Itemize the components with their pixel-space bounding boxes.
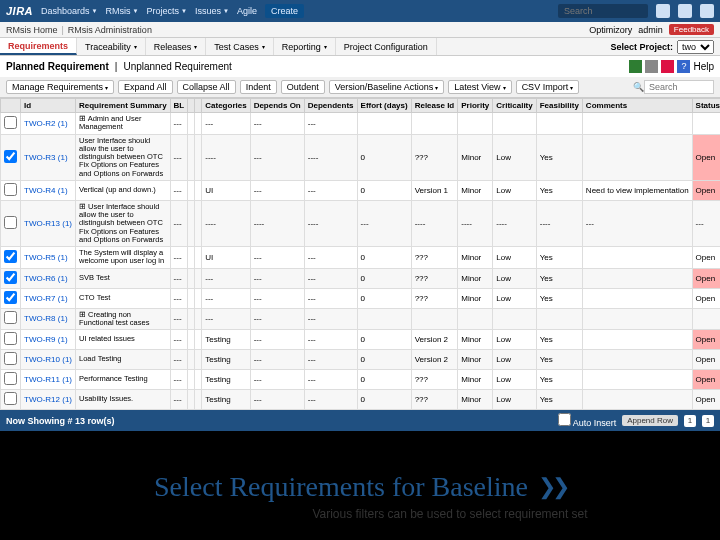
table-row: TWO-R10 (1)Load Testing---Testing------0…: [1, 350, 721, 370]
rmsis-admin-link[interactable]: RMsis Administration: [68, 25, 152, 35]
row-checkbox[interactable]: [4, 116, 17, 129]
row-checkbox[interactable]: [4, 352, 17, 365]
req-summary: User Interface should allow the user to …: [76, 134, 171, 180]
global-search-input[interactable]: [558, 4, 648, 18]
col-header[interactable]: Id: [21, 99, 76, 113]
help-icon[interactable]: [656, 4, 670, 18]
create-button[interactable]: Create: [265, 4, 304, 18]
tab-projconfig[interactable]: Project Configuration: [336, 38, 437, 55]
col-header[interactable]: Effort (days): [357, 99, 411, 113]
req-id-link[interactable]: TWO-R2 (1): [24, 119, 68, 128]
help-label[interactable]: Help: [693, 61, 714, 72]
project-select[interactable]: two: [677, 40, 714, 54]
help-button[interactable]: ?: [677, 60, 690, 73]
req-id-link[interactable]: TWO-R12 (1): [24, 395, 72, 404]
pdf-icon[interactable]: [661, 60, 674, 73]
col-header[interactable]: Criticality: [493, 99, 536, 113]
req-id-link[interactable]: TWO-R11 (1): [24, 375, 72, 384]
req-id-link[interactable]: TWO-R4 (1): [24, 186, 68, 195]
row-checkbox[interactable]: [4, 332, 17, 345]
req-id-link[interactable]: TWO-R10 (1): [24, 355, 72, 364]
col-header[interactable]: Dependents: [304, 99, 357, 113]
grid-footer: Now Showing # 13 row(s) Auto Insert Appe…: [0, 410, 720, 431]
row-count: Now Showing # 13 row(s): [6, 416, 115, 426]
status-cell: Open: [692, 330, 720, 350]
req-summary: ⊞ User Interface should allow the user t…: [76, 200, 171, 246]
nav-issues[interactable]: Issues▼: [195, 6, 229, 16]
row-checkbox[interactable]: [4, 183, 17, 196]
col-header[interactable]: BL: [170, 99, 188, 113]
manage-req-button[interactable]: Manage Requirements▾: [6, 80, 114, 94]
status-cell: Open: [692, 390, 720, 410]
subtab-unplanned[interactable]: Unplanned Requirement: [123, 61, 231, 72]
auto-insert-toggle[interactable]: Auto Insert: [558, 413, 617, 428]
col-header[interactable]: Release Id: [411, 99, 458, 113]
table-row: TWO-R8 (1)⊞ Creating non Functional test…: [1, 308, 721, 330]
row-checkbox[interactable]: [4, 271, 17, 284]
row-checkbox[interactable]: [4, 291, 17, 304]
version-baseline-button[interactable]: Version/Baseline Actions▾: [329, 80, 445, 94]
tab-releases[interactable]: Releases▾: [146, 38, 207, 55]
req-id-link[interactable]: TWO-R3 (1): [24, 153, 68, 162]
slide-caption: Select Requirements for Baseline ❯❯ Vari…: [0, 471, 720, 521]
company-label: Optimizory: [589, 25, 632, 35]
gear-icon[interactable]: [678, 4, 692, 18]
col-header[interactable]: [195, 99, 202, 113]
req-id-link[interactable]: TWO-R13 (1): [24, 219, 72, 228]
avatar-icon[interactable]: [700, 4, 714, 18]
nav-rmsis[interactable]: RMsis▼: [106, 6, 139, 16]
indent-button[interactable]: Indent: [240, 80, 277, 94]
tab-reporting[interactable]: Reporting▾: [274, 38, 336, 55]
col-header[interactable]: Categories: [202, 99, 250, 113]
page-current[interactable]: 1: [684, 415, 696, 427]
row-checkbox[interactable]: [4, 392, 17, 405]
tab-requirements[interactable]: Requirements: [0, 38, 77, 55]
nav-projects[interactable]: Projects▼: [147, 6, 187, 16]
col-header[interactable]: Comments: [582, 99, 692, 113]
row-checkbox[interactable]: [4, 311, 17, 324]
search-icon: 🔍: [633, 82, 644, 92]
nav-dashboards[interactable]: Dashboards▼: [41, 6, 97, 16]
caption-subtitle: Various filters can be used to select re…: [180, 507, 720, 521]
settings-icon[interactable]: [645, 60, 658, 73]
select-project-label: Select Project:: [610, 42, 673, 52]
row-checkbox[interactable]: [4, 372, 17, 385]
tab-testcases[interactable]: Test Cases▾: [206, 38, 274, 55]
expand-all-button[interactable]: Expand All: [118, 80, 173, 94]
col-header[interactable]: [188, 99, 195, 113]
feedback-button[interactable]: Feedback: [669, 24, 714, 35]
col-header[interactable]: Status: [692, 99, 720, 113]
status-cell: Open: [692, 288, 720, 308]
req-summary: The System will display a welcome upon u…: [76, 247, 171, 269]
breadcrumb: RMsis Home | RMsis Administration Optimi…: [0, 22, 720, 38]
grid-search-input[interactable]: [644, 80, 714, 94]
nav-agile[interactable]: Agile: [237, 6, 257, 16]
jira-logo: JIRA: [6, 5, 33, 17]
col-header[interactable]: [1, 99, 21, 113]
main-tabs: Requirements Traceability▾ Releases▾ Tes…: [0, 38, 720, 56]
rmsis-home-link[interactable]: RMsis Home: [6, 25, 58, 35]
status-cell: Open: [692, 247, 720, 269]
excel-icon[interactable]: [629, 60, 642, 73]
req-id-link[interactable]: TWO-R6 (1): [24, 274, 68, 283]
req-id-link[interactable]: TWO-R9 (1): [24, 335, 68, 344]
append-row-button[interactable]: Append Row: [622, 415, 678, 426]
collapse-all-button[interactable]: Collapse All: [177, 80, 236, 94]
col-header[interactable]: Depends On: [250, 99, 304, 113]
col-header[interactable]: Requirement Summary: [76, 99, 171, 113]
outdent-button[interactable]: Outdent: [281, 80, 325, 94]
tab-traceability[interactable]: Traceability▾: [77, 38, 146, 55]
col-header[interactable]: Priority: [458, 99, 493, 113]
row-checkbox[interactable]: [4, 250, 17, 263]
row-checkbox[interactable]: [4, 150, 17, 163]
req-id-link[interactable]: TWO-R7 (1): [24, 294, 68, 303]
row-checkbox[interactable]: [4, 216, 17, 229]
req-id-link[interactable]: TWO-R5 (1): [24, 253, 68, 262]
status-cell: Open: [692, 370, 720, 390]
view-select[interactable]: Latest View▾: [448, 80, 511, 94]
subtab-planned[interactable]: Planned Requirement: [6, 61, 109, 72]
req-id-link[interactable]: TWO-R8 (1): [24, 314, 68, 323]
requirements-table: IdRequirement SummaryBLCategoriesDepends…: [0, 98, 720, 410]
col-header[interactable]: Feasibility: [536, 99, 582, 113]
csv-import-button[interactable]: CSV Import▾: [516, 80, 580, 94]
